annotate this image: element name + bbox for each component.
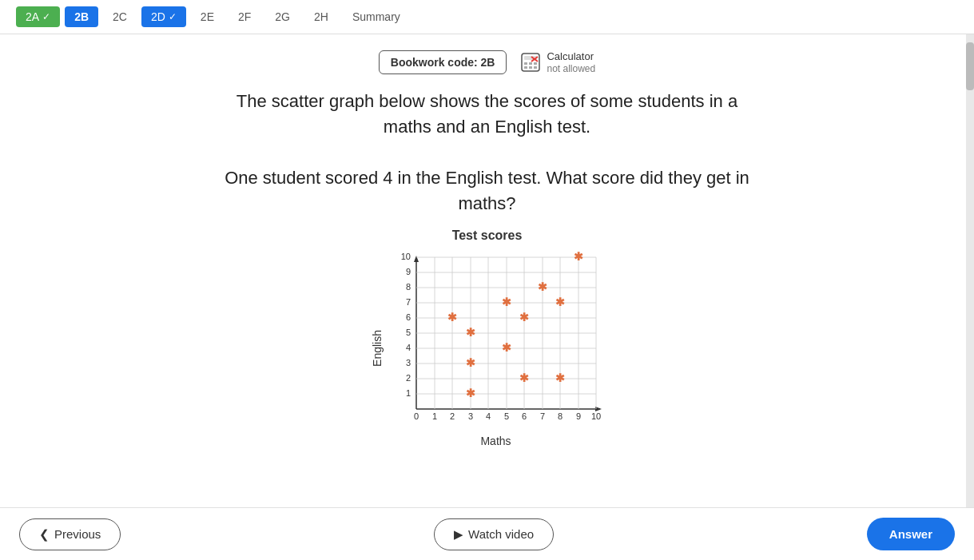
question-text: The scatter graph below shows the scores… — [225, 89, 749, 216]
checkmark-icon: ✓ — [42, 11, 50, 22]
tab-summary[interactable]: Summary — [343, 6, 410, 27]
scrollbar-track[interactable] — [966, 34, 974, 560]
svg-text:8: 8 — [557, 411, 562, 421]
graph-section: Test scores English 10 — [371, 228, 604, 447]
svg-text:5: 5 — [503, 411, 508, 421]
question-line1: The scatter graph below shows the scores… — [237, 91, 737, 111]
tab-summary-label: Summary — [352, 10, 400, 23]
tab-2C-label: 2C — [113, 10, 127, 23]
tab-2B[interactable]: 2B — [65, 6, 98, 27]
tab-2H[interactable]: 2H — [304, 6, 338, 27]
y-axis-label: English — [371, 330, 384, 367]
svg-text:0: 0 — [413, 411, 418, 421]
svg-rect-6 — [529, 66, 532, 69]
svg-text:✱: ✱ — [466, 387, 475, 399]
watch-video-button[interactable]: ▶ Watch video — [434, 518, 554, 550]
tab-2G-label: 2G — [275, 10, 290, 23]
tab-2A[interactable]: 2A ✓ — [16, 6, 60, 27]
question-line4: maths? — [458, 193, 515, 213]
svg-rect-2 — [524, 62, 527, 65]
svg-text:1: 1 — [431, 411, 436, 421]
svg-text:✱: ✱ — [466, 326, 475, 339]
chart-wrapper: 10 9 8 7 6 5 4 3 2 — [388, 249, 604, 447]
tab-2B-label: 2B — [74, 10, 89, 23]
svg-text:4: 4 — [405, 343, 410, 352]
video-icon: ▶ — [454, 527, 463, 542]
svg-text:✱: ✱ — [466, 356, 475, 369]
svg-text:✱: ✱ — [519, 371, 529, 384]
calculator-label: Calculator — [547, 50, 595, 63]
svg-text:4: 4 — [485, 411, 490, 421]
tab-2H-label: 2H — [314, 10, 328, 23]
svg-text:9: 9 — [575, 411, 580, 421]
svg-text:8: 8 — [405, 282, 410, 292]
graph-title: Test scores — [452, 228, 523, 243]
svg-text:✱: ✱ — [519, 311, 529, 324]
calculator-icon — [519, 51, 542, 73]
svg-text:1: 1 — [405, 388, 410, 398]
svg-text:✱: ✱ — [502, 296, 511, 308]
svg-rect-5 — [524, 66, 527, 69]
previous-button[interactable]: ❮ Previous — [19, 518, 121, 550]
svg-rect-7 — [534, 66, 537, 69]
scrollbar-thumb[interactable] — [966, 42, 974, 90]
svg-text:2: 2 — [449, 411, 454, 421]
svg-text:3: 3 — [467, 411, 472, 421]
bookwork-badge: Bookwork code: 2B — [379, 50, 507, 74]
x-axis-label: Maths — [480, 435, 511, 447]
tab-2E[interactable]: 2E — [191, 6, 224, 27]
previous-icon: ❮ — [39, 527, 50, 542]
tab-2E-label: 2E — [201, 10, 214, 23]
svg-text:6: 6 — [405, 312, 410, 322]
svg-text:6: 6 — [521, 411, 526, 421]
tab-2C[interactable]: 2C — [103, 6, 137, 27]
svg-text:✱: ✱ — [502, 341, 511, 354]
svg-text:✱: ✱ — [555, 371, 565, 384]
calculator-sublabel: not allowed — [547, 63, 595, 74]
question-line2: maths and an English test. — [384, 117, 590, 137]
checkmark-2D-icon: ✓ — [169, 11, 177, 22]
scatter-chart: 10 9 8 7 6 5 4 3 2 — [388, 249, 604, 433]
watch-video-label: Watch video — [468, 527, 534, 541]
graph-container: English 10 9 — [371, 249, 604, 447]
tab-2G[interactable]: 2G — [265, 6, 300, 27]
svg-text:5: 5 — [405, 328, 410, 337]
svg-text:2: 2 — [405, 373, 410, 383]
answer-button[interactable]: Answer — [867, 518, 955, 550]
bookwork-row: Bookwork code: 2B Calculato — [379, 50, 595, 74]
svg-marker-12 — [414, 256, 419, 262]
question-line3: One student scored 4 in the English test… — [225, 168, 749, 188]
svg-text:✱: ✱ — [574, 250, 583, 263]
svg-rect-4 — [534, 62, 537, 65]
svg-text:✱: ✱ — [555, 296, 565, 308]
tab-2D-label: 2D — [151, 10, 165, 23]
top-navigation: 2A ✓ 2B 2C 2D ✓ 2E 2F 2G 2H Summary — [0, 0, 974, 34]
svg-text:✱: ✱ — [447, 311, 457, 324]
svg-text:10: 10 — [590, 411, 600, 421]
tab-2F[interactable]: 2F — [229, 6, 260, 27]
svg-text:3: 3 — [405, 358, 410, 367]
answer-label: Answer — [889, 527, 932, 541]
calculator-info: Calculator not allowed — [519, 50, 595, 74]
svg-text:7: 7 — [405, 297, 410, 307]
svg-text:7: 7 — [539, 411, 544, 421]
svg-text:9: 9 — [405, 267, 410, 276]
svg-text:✱: ✱ — [538, 280, 547, 293]
tab-2A-label: 2A — [26, 10, 39, 23]
svg-rect-3 — [529, 62, 532, 65]
main-content: Bookwork code: 2B Calculato — [0, 34, 974, 560]
svg-text:10: 10 — [400, 252, 410, 261]
tab-2D[interactable]: 2D ✓ — [141, 6, 186, 27]
tab-2F-label: 2F — [238, 10, 251, 23]
bottom-bar: ❮ Previous ▶ Watch video Answer — [0, 507, 974, 560]
